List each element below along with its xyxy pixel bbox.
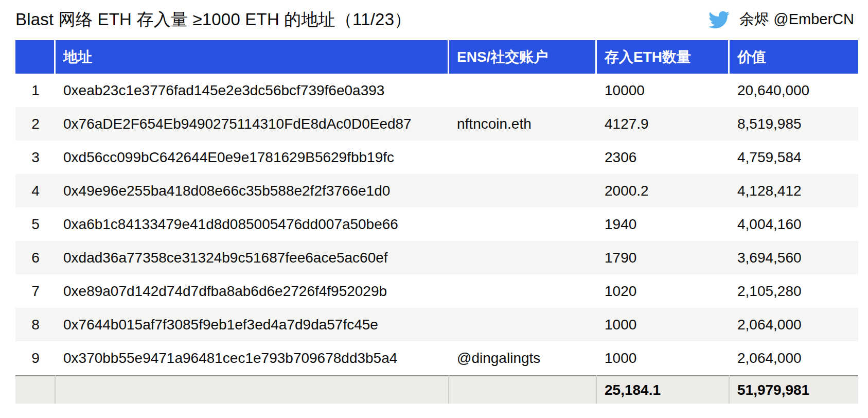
cell-address: 0x370bb55e9471a96481cec1e793b709678dd3b5… — [56, 341, 449, 375]
cell-ens — [449, 308, 597, 341]
cell-ens — [449, 274, 597, 308]
cell-rank: 8 — [15, 308, 56, 341]
cell-eth-amount: 4127.9 — [597, 107, 730, 141]
table-row: 20x76aDE2F654Eb9490275114310FdE8dAc0D0Ee… — [15, 107, 858, 141]
cell-value: 2,064,000 — [730, 308, 858, 341]
cell-rank: 5 — [15, 207, 56, 241]
cell-rank: 3 — [15, 141, 56, 174]
cell-address: 0xeab23c1e3776fad145e2e3dc56bcf739f6e0a3… — [56, 74, 449, 107]
cell-value: 2,064,000 — [730, 341, 858, 375]
table-body: 10xeab23c1e3776fad145e2e3dc56bcf739f6e0a… — [15, 74, 858, 375]
total-row: 25,184.1 51,979,981 — [15, 375, 858, 404]
table-row: 50xa6b1c84133479e41d8d085005476dd007a50b… — [15, 207, 858, 241]
column-header-rank — [15, 40, 56, 74]
cell-rank: 4 — [15, 174, 56, 207]
deposits-table: 地址 ENS/社交账户 存入ETH数量 价值 10xeab23c1e3776fa… — [15, 40, 858, 404]
cell-eth-amount: 1020 — [597, 274, 730, 308]
cell-rank: 1 — [15, 74, 56, 107]
table-row: 70xe89a07d142d74d7dfba8ab6d6e2726f4f9520… — [15, 274, 858, 308]
cell-address: 0xd56cc099bC642644E0e9e1781629B5629fbb19… — [56, 141, 449, 174]
cell-eth-amount: 1940 — [597, 207, 730, 241]
cell-ens: nftncoin.eth — [449, 107, 597, 141]
table-row: 90x370bb55e9471a96481cec1e793b709678dd3b… — [15, 341, 858, 375]
table-row: 60xdad36a77358ce31324b9c51687fee6ace5ac6… — [15, 241, 858, 274]
total-eth-amount: 25,184.1 — [597, 375, 730, 404]
table-row: 30xd56cc099bC642644E0e9e1781629B5629fbb1… — [15, 141, 858, 174]
total-ens-cell — [449, 375, 597, 404]
column-header-address: 地址 — [56, 40, 449, 74]
cell-value: 4,759,584 — [730, 141, 858, 174]
cell-address: 0x76aDE2F654Eb9490275114310FdE8dAc0D0Eed… — [56, 107, 449, 141]
cell-value: 20,640,000 — [730, 74, 858, 107]
cell-ens — [449, 174, 597, 207]
attribution: 余烬 @EmberCN — [706, 9, 854, 30]
header-row: 地址 ENS/社交账户 存入ETH数量 价值 — [15, 40, 858, 74]
cell-ens — [449, 241, 597, 274]
cell-rank: 9 — [15, 341, 56, 375]
cell-eth-amount: 1790 — [597, 241, 730, 274]
cell-value: 8,519,985 — [730, 107, 858, 141]
cell-ens: @dingalingts — [449, 341, 597, 375]
cell-value: 3,694,560 — [730, 241, 858, 274]
column-header-ens: ENS/社交账户 — [449, 40, 597, 74]
column-header-value: 价值 — [730, 40, 858, 74]
total-address-cell — [56, 375, 449, 404]
page-title: Blast 网络 ETH 存入量 ≥1000 ETH 的地址（11/23） — [15, 8, 411, 31]
table-row: 10xeab23c1e3776fad145e2e3dc56bcf739f6e0a… — [15, 74, 858, 107]
cell-address: 0x49e96e255ba418d08e66c35b588e2f2f3766e1… — [56, 174, 449, 207]
total-value: 51,979,981 — [730, 375, 858, 404]
cell-address: 0xe89a07d142d74d7dfba8ab6d6e2726f4f95202… — [56, 274, 449, 308]
cell-address: 0xdad36a77358ce31324b9c51687fee6ace5ac60… — [56, 241, 449, 274]
cell-ens — [449, 207, 597, 241]
cell-rank: 2 — [15, 107, 56, 141]
cell-eth-amount: 10000 — [597, 74, 730, 107]
cell-rank: 6 — [15, 241, 56, 274]
cell-value: 4,004,160 — [730, 207, 858, 241]
page: Blast 网络 ETH 存入量 ≥1000 ETH 的地址（11/23） 余烬… — [0, 0, 868, 418]
cell-rank: 7 — [15, 274, 56, 308]
cell-address: 0xa6b1c84133479e41d8d085005476dd007a50be… — [56, 207, 449, 241]
cell-address: 0x7644b015af7f3085f9eb1ef3ed4a7d9da57fc4… — [56, 308, 449, 341]
cell-value: 2,105,280 — [730, 274, 858, 308]
twitter-icon — [706, 9, 732, 30]
table-header: 地址 ENS/社交账户 存入ETH数量 价值 — [15, 40, 858, 74]
table-row: 80x7644b015af7f3085f9eb1ef3ed4a7d9da57fc… — [15, 308, 858, 341]
cell-value: 4,128,412 — [730, 174, 858, 207]
cell-eth-amount: 2306 — [597, 141, 730, 174]
table-row: 40x49e96e255ba418d08e66c35b588e2f2f3766e… — [15, 174, 858, 207]
cell-ens — [449, 74, 597, 107]
column-header-eth: 存入ETH数量 — [597, 40, 730, 74]
table-footer: 25,184.1 51,979,981 — [15, 375, 858, 404]
cell-ens — [449, 141, 597, 174]
topbar: Blast 网络 ETH 存入量 ≥1000 ETH 的地址（11/23） 余烬… — [15, 0, 854, 39]
cell-eth-amount: 1000 — [597, 341, 730, 375]
total-rank-cell — [15, 375, 56, 404]
cell-eth-amount: 1000 — [597, 308, 730, 341]
cell-eth-amount: 2000.2 — [597, 174, 730, 207]
author-handle: 余烬 @EmberCN — [739, 9, 854, 30]
